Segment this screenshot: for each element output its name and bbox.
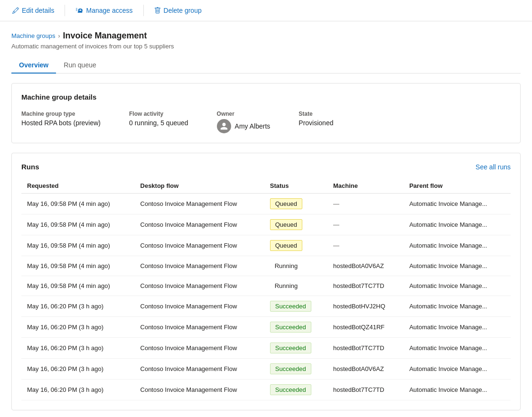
runs-card: Runs See all runs Requested Desktop flow…	[11, 153, 521, 410]
cell-desktop-flow: Contoso Invoice Management Flow	[135, 256, 264, 276]
cell-requested: May 16, 06:20 PM (3 h ago)	[21, 338, 135, 359]
detail-state: State Provisioned	[299, 111, 333, 127]
cell-status: Succeeded	[264, 359, 327, 380]
owner-label: Owner	[217, 111, 271, 117]
table-row[interactable]: May 16, 09:58 PM (4 min ago)Contoso Invo…	[21, 276, 511, 296]
edit-details-label: Edit details	[22, 7, 54, 14]
delete-group-button[interactable]: Delete group	[149, 4, 206, 17]
flow-activity-label: Flow activity	[129, 111, 188, 117]
table-row[interactable]: May 16, 09:58 PM (4 min ago)Contoso Invo…	[21, 256, 511, 276]
status-badge: Succeeded	[270, 363, 311, 374]
cell-parent-flow: Automatic Invoice Manage...	[403, 214, 511, 235]
status-badge: Running	[270, 261, 302, 271]
status-badge: Queued	[270, 198, 302, 209]
cell-desktop-flow: Contoso Invoice Management Flow	[135, 296, 264, 317]
table-row[interactable]: May 16, 06:20 PM (3 h ago)Contoso Invoic…	[21, 380, 511, 400]
state-value: Provisioned	[299, 119, 333, 127]
cell-requested: May 16, 09:58 PM (4 min ago)	[21, 214, 135, 235]
runs-header: Runs See all runs	[21, 163, 511, 171]
breadcrumb-chevron-icon: ›	[58, 33, 60, 39]
manage-access-label: Manage access	[86, 7, 132, 14]
cell-machine: hostedBotHVJ2HQ	[327, 296, 404, 317]
delete-icon	[154, 7, 161, 14]
edit-details-button[interactable]: Edit details	[8, 4, 59, 17]
cell-requested: May 16, 06:20 PM (3 h ago)	[21, 380, 135, 400]
cell-machine: —	[327, 235, 404, 256]
tab-overview[interactable]: Overview	[11, 57, 56, 74]
type-label: Machine group type	[21, 111, 101, 117]
cell-machine: hostedBotA0V6AZ	[327, 359, 404, 380]
page-content: Machine groups › Invoice Management Auto…	[0, 21, 532, 417]
table-row[interactable]: May 16, 09:58 PM (4 min ago)Contoso Invo…	[21, 194, 511, 214]
cell-parent-flow: Automatic Invoice Manage...	[403, 296, 511, 317]
tabs-container: Overview Run queue	[11, 57, 521, 74]
breadcrumb-parent-link[interactable]: Machine groups	[11, 32, 56, 39]
cell-requested: May 16, 06:20 PM (3 h ago)	[21, 296, 135, 317]
avatar	[217, 119, 231, 133]
cell-parent-flow: Automatic Invoice Manage...	[403, 235, 511, 256]
cell-parent-flow: Automatic Invoice Manage...	[403, 380, 511, 400]
cell-machine: hostedBot7TC7TD	[327, 276, 404, 296]
cell-status: Running	[264, 276, 327, 296]
cell-machine: hostedBot7TC7TD	[327, 338, 404, 359]
details-grid: Machine group type Hosted RPA bots (prev…	[21, 111, 511, 133]
cell-desktop-flow: Contoso Invoice Management Flow	[135, 194, 264, 214]
toolbar-divider-2	[143, 5, 144, 16]
cell-status: Succeeded	[264, 338, 327, 359]
status-badge: Succeeded	[270, 343, 311, 353]
cell-parent-flow: Automatic Invoice Manage...	[403, 338, 511, 359]
toolbar-divider-1	[65, 5, 65, 16]
cell-parent-flow: Automatic Invoice Manage...	[403, 359, 511, 380]
see-all-runs-link[interactable]: See all runs	[476, 163, 511, 171]
owner-value: Amy Alberts	[235, 122, 271, 130]
type-value: Hosted RPA bots (preview)	[21, 119, 101, 127]
col-machine: Machine	[327, 178, 404, 194]
cell-machine: —	[327, 214, 404, 235]
cell-machine: hostedBotQZ41RF	[327, 317, 404, 338]
tab-run-queue[interactable]: Run queue	[56, 57, 104, 74]
cell-status: Succeeded	[264, 317, 327, 338]
runs-table-header-row: Requested Desktop flow Status Machine Pa…	[21, 178, 511, 194]
breadcrumb-current: Invoice Management	[63, 31, 147, 41]
person-icon	[220, 122, 228, 130]
cell-desktop-flow: Contoso Invoice Management Flow	[135, 359, 264, 380]
cell-status: Succeeded	[264, 380, 327, 400]
cell-parent-flow: Automatic Invoice Manage...	[403, 256, 511, 276]
table-row[interactable]: May 16, 09:58 PM (4 min ago)Contoso Invo…	[21, 214, 511, 235]
col-status: Status	[264, 178, 327, 194]
state-label: State	[299, 111, 333, 117]
table-row[interactable]: May 16, 06:20 PM (3 h ago)Contoso Invoic…	[21, 317, 511, 338]
cell-status: Running	[264, 256, 327, 276]
cell-desktop-flow: Contoso Invoice Management Flow	[135, 235, 264, 256]
status-badge: Succeeded	[270, 384, 311, 395]
table-row[interactable]: May 16, 06:20 PM (3 h ago)Contoso Invoic…	[21, 296, 511, 317]
runs-title: Runs	[21, 163, 39, 171]
cell-status: Succeeded	[264, 296, 327, 317]
cell-status: Queued	[264, 235, 327, 256]
cell-machine: hostedBotA0V6AZ	[327, 256, 404, 276]
manage-access-button[interactable]: Manage access	[71, 4, 137, 17]
col-parent-flow: Parent flow	[403, 178, 511, 194]
cell-requested: May 16, 09:58 PM (4 min ago)	[21, 194, 135, 214]
cell-desktop-flow: Contoso Invoice Management Flow	[135, 380, 264, 400]
status-badge: Queued	[270, 219, 302, 230]
flow-activity-value: 0 running, 5 queued	[129, 119, 188, 127]
table-row[interactable]: May 16, 06:20 PM (3 h ago)Contoso Invoic…	[21, 338, 511, 359]
cell-desktop-flow: Contoso Invoice Management Flow	[135, 317, 264, 338]
cell-status: Queued	[264, 194, 327, 214]
cell-status: Queued	[264, 214, 327, 235]
table-row[interactable]: May 16, 09:58 PM (4 min ago)Contoso Invo…	[21, 235, 511, 256]
machine-group-details-title: Machine group details	[21, 93, 511, 101]
status-badge: Running	[270, 281, 302, 291]
detail-owner: Owner Amy Alberts	[217, 111, 271, 133]
em-dash: —	[333, 200, 339, 207]
table-row[interactable]: May 16, 06:20 PM (3 h ago)Contoso Invoic…	[21, 359, 511, 380]
status-badge: Succeeded	[270, 301, 311, 312]
cell-requested: May 16, 06:20 PM (3 h ago)	[21, 359, 135, 380]
em-dash: —	[333, 242, 339, 249]
detail-type: Machine group type Hosted RPA bots (prev…	[21, 111, 101, 127]
cell-machine: hostedBot7TC7TD	[327, 380, 404, 400]
cell-desktop-flow: Contoso Invoice Management Flow	[135, 276, 264, 296]
owner-item: Amy Alberts	[217, 119, 271, 133]
cell-desktop-flow: Contoso Invoice Management Flow	[135, 214, 264, 235]
